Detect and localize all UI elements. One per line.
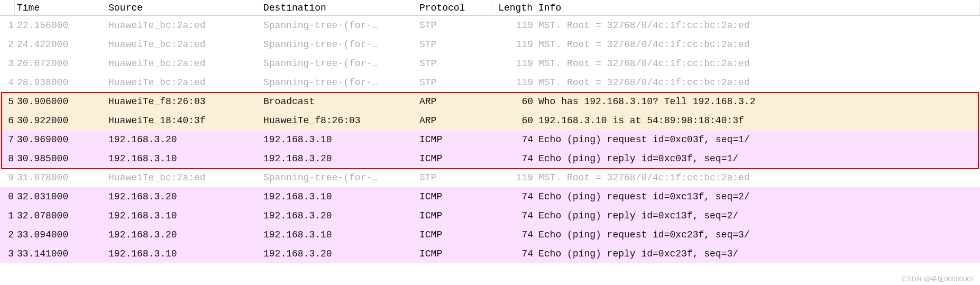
cell-length: 119 <box>491 35 536 54</box>
cell-length: 60 <box>491 111 536 130</box>
cell-info: Echo (ping) reply id=0xc23f, seq=3/ <box>536 244 980 263</box>
cell-source: HuaweiTe_bc:2a:ed <box>106 168 261 187</box>
header-no[interactable] <box>0 0 15 15</box>
header-destination[interactable]: Destination <box>261 0 417 15</box>
cell-destination: 192.168.3.20 <box>261 206 417 225</box>
cell-protocol: ICMP <box>417 225 491 244</box>
table-row[interactable]: 830.985000192.168.3.10192.168.3.20ICMP74… <box>0 149 980 168</box>
cell-info: MST. Root = 32768/0/4c:1f:cc:bc:2a:ed <box>536 35 980 54</box>
cell-time: 30.906000 <box>15 92 106 111</box>
table-row[interactable]: 122.156000HuaweiTe_bc:2a:edSpanning-tree… <box>0 16 980 35</box>
cell-info: Echo (ping) reply id=0xc03f, seq=1/ <box>536 149 980 168</box>
cell-time: 28.938000 <box>15 73 106 92</box>
cell-destination: 192.168.3.20 <box>261 244 417 263</box>
cell-length: 119 <box>491 168 536 187</box>
cell-protocol: ARP <box>417 111 491 130</box>
table-row[interactable]: 931.078000HuaweiTe_bc:2a:edSpanning-tree… <box>0 168 980 187</box>
packet-list-header[interactable]: Time Source Destination Protocol Length … <box>0 0 980 16</box>
cell-destination: Spanning-tree-(for-… <box>261 54 417 73</box>
cell-length: 74 <box>491 149 536 168</box>
cell-source: HuaweiTe_bc:2a:ed <box>106 54 261 73</box>
cell-length: 74 <box>491 130 536 149</box>
cell-info: Echo (ping) reply id=0xc13f, seq=2/ <box>536 206 980 225</box>
cell-protocol: ICMP <box>417 187 491 206</box>
table-row[interactable]: 530.906000HuaweiTe_f8:26:03BroadcastARP6… <box>0 92 980 111</box>
cell-info: 192.168.3.10 is at 54:89:98:18:40:3f <box>536 111 980 130</box>
cell-source: 192.168.3.20 <box>106 187 261 206</box>
cell-destination: 192.168.3.10 <box>261 187 417 206</box>
cell-length: 119 <box>491 73 536 92</box>
cell-no: 2 <box>0 35 15 54</box>
table-row[interactable]: 233.094000192.168.3.20192.168.3.10ICMP74… <box>0 225 980 244</box>
cell-time: 30.985000 <box>15 149 106 168</box>
cell-source: HuaweiTe_18:40:3f <box>106 111 261 130</box>
cell-info: MST. Root = 32768/0/4c:1f:cc:bc:2a:ed <box>536 16 980 35</box>
cell-info: MST. Root = 32768/0/4c:1f:cc:bc:2a:ed <box>536 54 980 73</box>
cell-time: 33.141000 <box>15 244 106 263</box>
cell-source: HuaweiTe_bc:2a:ed <box>106 73 261 92</box>
cell-no: 3 <box>0 244 15 263</box>
cell-source: 192.168.3.20 <box>106 130 261 149</box>
cell-source: HuaweiTe_bc:2a:ed <box>106 35 261 54</box>
cell-info: Echo (ping) request id=0xc13f, seq=2/ <box>536 187 980 206</box>
cell-protocol: ICMP <box>417 206 491 225</box>
cell-length: 119 <box>491 16 536 35</box>
packet-list-table: Time Source Destination Protocol Length … <box>0 0 980 263</box>
cell-length: 119 <box>491 54 536 73</box>
cell-protocol: ICMP <box>417 130 491 149</box>
cell-info: Echo (ping) request id=0xc03f, seq=1/ <box>536 130 980 149</box>
cell-no: 2 <box>0 225 15 244</box>
cell-protocol: STP <box>417 168 491 187</box>
table-row[interactable]: 132.078000192.168.3.10192.168.3.20ICMP74… <box>0 206 980 225</box>
cell-protocol: STP <box>417 16 491 35</box>
cell-info: Who has 192.168.3.10? Tell 192.168.3.2 <box>536 92 980 111</box>
cell-destination: Broadcast <box>261 92 417 111</box>
cell-time: 26.672000 <box>15 54 106 73</box>
table-row[interactable]: 333.141000192.168.3.10192.168.3.20ICMP74… <box>0 244 980 263</box>
table-row[interactable]: 326.672000HuaweiTe_bc:2a:edSpanning-tree… <box>0 54 980 73</box>
cell-no: 8 <box>0 149 15 168</box>
cell-length: 74 <box>491 244 536 263</box>
cell-protocol: STP <box>417 35 491 54</box>
table-row[interactable]: 224.422000HuaweiTe_bc:2a:edSpanning-tree… <box>0 35 980 54</box>
cell-info: MST. Root = 32768/0/4c:1f:cc:bc:2a:ed <box>536 73 980 92</box>
cell-length: 74 <box>491 225 536 244</box>
cell-source: 192.168.3.10 <box>106 244 261 263</box>
cell-source: 192.168.3.10 <box>106 149 261 168</box>
cell-no: 0 <box>0 187 15 206</box>
cell-length: 60 <box>491 92 536 111</box>
cell-protocol: ARP <box>417 92 491 111</box>
cell-source: 192.168.3.10 <box>106 206 261 225</box>
header-time[interactable]: Time <box>15 0 106 15</box>
table-row[interactable]: 730.969000192.168.3.20192.168.3.10ICMP74… <box>0 130 980 149</box>
cell-destination: Spanning-tree-(for-… <box>261 73 417 92</box>
header-info[interactable]: Info <box>536 0 980 15</box>
cell-destination: 192.168.3.10 <box>261 225 417 244</box>
table-row[interactable]: 428.938000HuaweiTe_bc:2a:edSpanning-tree… <box>0 73 980 92</box>
cell-no: 6 <box>0 111 15 130</box>
cell-time: 22.156000 <box>15 16 106 35</box>
header-source[interactable]: Source <box>106 0 261 15</box>
cell-destination: Spanning-tree-(for-… <box>261 35 417 54</box>
cell-time: 32.031000 <box>15 187 106 206</box>
cell-no: 3 <box>0 54 15 73</box>
cell-no: 9 <box>0 168 15 187</box>
cell-no: 4 <box>0 73 15 92</box>
cell-protocol: STP <box>417 73 491 92</box>
cell-source: HuaweiTe_f8:26:03 <box>106 92 261 111</box>
cell-protocol: STP <box>417 54 491 73</box>
header-protocol[interactable]: Protocol <box>417 0 491 15</box>
cell-time: 30.969000 <box>15 130 106 149</box>
cell-time: 32.078000 <box>15 206 106 225</box>
cell-info: MST. Root = 32768/0/4c:1f:cc:bc:2a:ed <box>536 168 980 187</box>
cell-destination: HuaweiTe_f8:26:03 <box>261 111 417 130</box>
packet-list-body: 122.156000HuaweiTe_bc:2a:edSpanning-tree… <box>0 16 980 263</box>
cell-length: 74 <box>491 206 536 225</box>
table-row[interactable]: 630.922000HuaweiTe_18:40:3fHuaweiTe_f8:2… <box>0 111 980 130</box>
header-length[interactable]: Length <box>491 0 536 15</box>
cell-source: 192.168.3.20 <box>106 225 261 244</box>
cell-no: 1 <box>0 16 15 35</box>
cell-protocol: ICMP <box>417 244 491 263</box>
cell-length: 74 <box>491 187 536 206</box>
table-row[interactable]: 032.031000192.168.3.20192.168.3.10ICMP74… <box>0 187 980 206</box>
